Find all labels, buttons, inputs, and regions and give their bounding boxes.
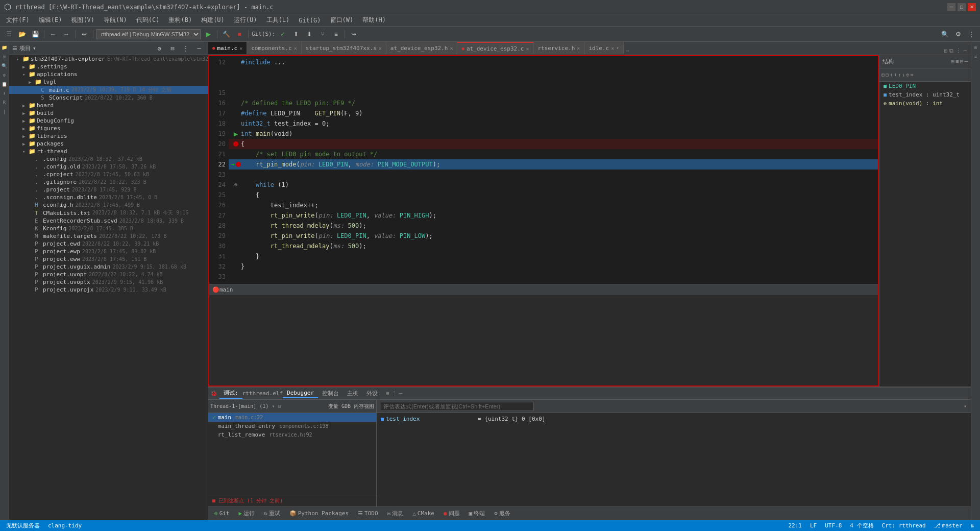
tree-build[interactable]: ▶ 📁 build	[9, 109, 208, 117]
tree-sconscript[interactable]: S SConscript 2022/8/22 10:22, 360 B	[9, 94, 208, 102]
status-clang-tidy[interactable]: clang-tidy	[46, 522, 84, 529]
status-line-col[interactable]: 22:1	[786, 522, 804, 529]
left-icon-3[interactable]: 🔍	[1, 62, 8, 69]
status-indent[interactable]: 4 个空格	[848, 522, 875, 529]
right-icon-1[interactable]: ⊞	[972, 44, 979, 51]
tree-debugconfig[interactable]: ▶ 📁 DebugConfig	[9, 117, 208, 125]
toolbar-forward[interactable]: →	[61, 29, 72, 40]
toolbar-build[interactable]: 🔨	[220, 29, 232, 40]
toolbar-search[interactable]: 🔍	[939, 29, 950, 40]
tree-eventrecorder[interactable]: E EventRecorderStub.scvd 2023/2/8 18:03,…	[9, 217, 208, 225]
left-icon-8[interactable]: |	[1, 108, 8, 115]
debug-right-close[interactable]: ▾	[964, 403, 967, 409]
maximize-button[interactable]: □	[958, 3, 966, 11]
toolbar-save[interactable]: 💾	[30, 29, 41, 40]
tree-config[interactable]: . .config 2023/2/8 18:32, 37.42 kB	[9, 155, 208, 163]
left-icon-7[interactable]: R	[1, 99, 8, 106]
tree-config-old[interactable]: . .config.old 2023/2/8 17:58, 37.26 kB	[9, 163, 208, 171]
tree-projectewp[interactable]: P project.ewp 2023/2/8 17:45, 89.02 kB	[9, 248, 208, 255]
debug-tab-host[interactable]: 主机	[343, 389, 362, 398]
outline-action-1[interactable]: ⊞	[951, 58, 955, 65]
tree-cproject[interactable]: . .cproject 2023/2/8 17:45, 50.63 kB	[9, 171, 208, 178]
outline-tool-8[interactable]: ≡	[910, 72, 913, 78]
tab-startup[interactable]: startup_stm32f407xx.s ✕	[302, 42, 386, 54]
tree-root[interactable]: ▾ 📁 stm32f407-atk-explorer E:\W-RT-Threa…	[9, 55, 208, 63]
status-line-ending[interactable]: LF	[808, 522, 819, 529]
tree-gitignore[interactable]: . .gitignore 2022/8/22 10:22, 323 B	[9, 178, 208, 186]
menu-tools[interactable]: 工具(L)	[262, 15, 294, 26]
outline-tool-5[interactable]: ↑	[898, 72, 901, 78]
menu-build[interactable]: 构建(U)	[197, 15, 229, 26]
tree-dot-project[interactable]: . .project 2023/2/8 17:45, 929 B	[9, 186, 208, 194]
debug-tab-debugger[interactable]: Debugger	[283, 389, 318, 398]
tree-uvguix[interactable]: P project.uvguix.admin 2023/2/9 9:15, 18…	[9, 263, 208, 271]
debug-tab-console[interactable]: 控制台	[318, 389, 343, 398]
project-collapse-btn[interactable]: ⊟	[167, 43, 178, 54]
left-icon-2[interactable]: ⊞	[1, 53, 8, 60]
outline-action-2[interactable]: ≡	[955, 58, 959, 65]
menu-git[interactable]: Git(G)	[295, 16, 325, 25]
outline-tool-1[interactable]: ⊞	[881, 72, 885, 78]
toolbar-back[interactable]: ←	[47, 29, 59, 40]
tab-close-at-device-c[interactable]: ✕	[526, 46, 529, 52]
tab-bar-expand[interactable]: ⊞	[944, 47, 948, 54]
debug-expand-btn[interactable]: ⊞	[386, 390, 389, 397]
debug-sort-btn[interactable]: ⊟	[278, 403, 281, 409]
debug-expression-input[interactable]	[381, 402, 534, 411]
debug-config-dropdown[interactable]: rtthread.elf | Debug-MinGW-STM32	[96, 29, 201, 39]
outline-tool-2[interactable]: ⊟	[886, 72, 889, 78]
bottom-tab-git[interactable]: ⊕ Git	[210, 509, 234, 518]
tab-bar-more[interactable]: ⋮	[955, 47, 961, 54]
toolbar-git-branch[interactable]: ⑂	[317, 29, 328, 40]
tree-projecteww[interactable]: P project.eww 2023/2/8 17:45, 161 B	[9, 255, 208, 263]
code-editor[interactable]: 12 15 16 17 18 19 20 21 22 23 24 25	[208, 55, 879, 284]
bottom-tab-run[interactable]: ▶ 运行	[235, 509, 259, 518]
bottom-tab-python[interactable]: 📦 Python Packages	[285, 509, 353, 518]
bottom-tab-terminal[interactable]: ▣ 终端	[465, 509, 489, 518]
tab-close-startup[interactable]: ✕	[379, 45, 382, 51]
close-button[interactable]: ✕	[968, 3, 976, 11]
status-encoding[interactable]: UTF-8	[823, 522, 844, 529]
tree-uvopt[interactable]: P project.uvopt 2022/8/22 10:22, 4.74 kB	[9, 271, 208, 278]
bottom-tab-services[interactable]: ⚙ 服务	[490, 509, 514, 518]
outline-item-main[interactable]: ⊕ main(void) : int	[879, 99, 971, 108]
tree-figures[interactable]: ▶ 📁 figures	[9, 125, 208, 132]
bottom-tab-problems[interactable]: ● 问题	[439, 509, 464, 518]
tree-sconsign[interactable]: . .sconsign.dblite 2023/2/8 17:45, 0 B	[9, 194, 208, 201]
tab-bar-split[interactable]: ⧉	[949, 47, 953, 54]
left-icon-6[interactable]: ⬇	[1, 90, 8, 97]
outline-tool-6[interactable]: ↓	[902, 72, 905, 78]
debug-tab-peripheral[interactable]: 外设	[362, 389, 382, 398]
toolbar-stop[interactable]: ■	[234, 29, 245, 40]
outline-tool-7[interactable]: ⊕	[906, 72, 909, 78]
menu-file[interactable]: 文件(F)	[2, 15, 34, 26]
call-stack-main[interactable]: ✓ main main.c:22	[208, 413, 376, 422]
tree-kconfig[interactable]: K Kconfig 2023/2/8 17:45, 385 B	[9, 225, 208, 232]
status-no-server[interactable]: 无默认服务器	[4, 522, 42, 529]
debug-tab-title[interactable]: 调试:	[219, 388, 242, 399]
tab-close-idle[interactable]: ✕	[611, 45, 614, 51]
tree-packages[interactable]: ▶ 📁 packages	[9, 140, 208, 148]
tree-rtthread[interactable]: ▾ 📁 rt-thread	[9, 148, 208, 155]
bottom-tab-message[interactable]: ✉ 消息	[383, 509, 408, 518]
tab-close-rtservice[interactable]: ✕	[577, 45, 580, 51]
project-close-btn[interactable]: ─	[193, 43, 205, 54]
debug-filter-btn[interactable]: ▾	[272, 403, 275, 409]
menu-edit[interactable]: 编辑(E)	[35, 15, 66, 26]
call-stack-thread-entry[interactable]: ✓ main_thread_entry components.c:198	[208, 422, 376, 430]
left-icon-4[interactable]: ⚙	[1, 71, 8, 79]
tree-board[interactable]: ▶ 📁 board	[9, 102, 208, 109]
tab-close-at-device-h[interactable]: ✕	[450, 45, 453, 51]
menu-window[interactable]: 窗口(W)	[326, 15, 358, 26]
menu-nav[interactable]: 导航(N)	[100, 15, 131, 26]
tree-makefiletargets[interactable]: M makefile.targets 2022/8/22 10:22, 178 …	[9, 232, 208, 240]
toolbar-undo[interactable]: ↩	[79, 29, 90, 40]
tab-close-components-c[interactable]: ✕	[294, 45, 297, 51]
left-icon-5[interactable]: 📋	[1, 81, 8, 88]
tree-libraries[interactable]: ▶ 📁 libraries	[9, 132, 208, 140]
tree-cmakelists[interactable]: T CMakeLists.txt 2023/2/8 18:32, 7.1 kB …	[9, 209, 208, 217]
outline-action-4[interactable]: ─	[964, 58, 968, 65]
call-stack-rt-list-remove[interactable]: ✓ rt_list_remove rtservice.h:92	[208, 430, 376, 439]
right-icon-2[interactable]: ≡	[972, 53, 979, 60]
tab-close-main-c[interactable]: ✕	[239, 45, 242, 51]
